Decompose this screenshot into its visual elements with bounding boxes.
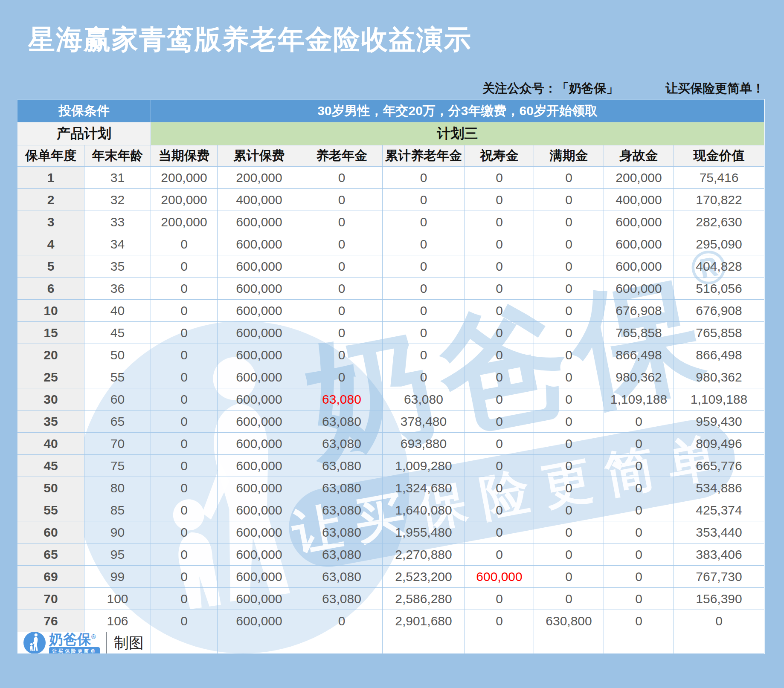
notice-slogan-text: 让买保险更简单！	[665, 80, 764, 97]
cell: 516,056	[674, 278, 764, 300]
cell: 0	[301, 610, 383, 632]
cell: 0	[151, 588, 218, 610]
cell: 0	[465, 588, 534, 610]
cell: 95	[84, 543, 151, 566]
cell: 200,000	[151, 189, 218, 211]
cell: 0	[604, 543, 674, 566]
cell: 200,000	[604, 167, 674, 189]
cell: 0	[534, 521, 604, 543]
cell: 0	[151, 433, 218, 455]
table-row: 55850600,00063,0801,640,080000425,374	[17, 499, 764, 521]
cell: 676,908	[604, 300, 674, 322]
cell: 600,000	[218, 255, 301, 278]
cell: 600,000	[604, 255, 674, 278]
cell: 0	[534, 455, 604, 477]
cell: 0	[465, 278, 534, 300]
cell: 2,901,680	[383, 610, 465, 632]
cell: 55	[84, 366, 151, 388]
cell: 0	[534, 278, 604, 300]
dad-and-child-icon	[27, 633, 42, 653]
cell: 90	[84, 521, 151, 543]
footer-empty-cell	[674, 632, 764, 654]
cell: 0	[383, 344, 465, 366]
cell: 63,080	[301, 543, 383, 566]
cell: 600,000	[218, 344, 301, 366]
credit-row: 奶爸保® 让买保险更简单 制图	[17, 632, 764, 654]
cell: 0	[534, 388, 604, 410]
row-header-cell: 10	[17, 300, 84, 322]
cell: 0	[465, 300, 534, 322]
cell: 0	[301, 233, 383, 255]
cell: 676,908	[674, 300, 764, 322]
table-row: 10400600,0000000676,908676,908	[17, 300, 764, 322]
row-header-cell: 70	[17, 588, 84, 610]
cell: 2,270,880	[383, 543, 465, 566]
cell: 0	[534, 477, 604, 499]
cell: 0	[465, 610, 534, 632]
row-header-cell: 55	[17, 499, 84, 521]
cell: 630,800	[534, 610, 604, 632]
cell: 63,080	[383, 388, 465, 410]
cell: 0	[151, 521, 218, 543]
cell: 383,406	[674, 543, 764, 566]
cell: 0	[301, 344, 383, 366]
cell: 35	[84, 255, 151, 278]
col-header-maturity-benefit: 满期金	[534, 145, 604, 167]
cell: 80	[84, 477, 151, 499]
cell: 0	[534, 167, 604, 189]
row-header-cell: 6	[17, 278, 84, 300]
row-header-cell: 69	[17, 566, 84, 588]
row-header-cell: 1	[17, 167, 84, 189]
table-row: 333200,000600,0000000600,000282,630	[17, 211, 764, 233]
cell: 0	[301, 255, 383, 278]
cell: 63,080	[301, 566, 383, 588]
cell: 600,000	[218, 588, 301, 610]
column-header-row: 保单年度 年末年龄 当期保费 累计保费 养老年金 累计养老年金 祝寿金 满期金 …	[17, 145, 764, 167]
cell: 1,109,188	[604, 388, 674, 410]
cell: 50	[84, 344, 151, 366]
cell: 0	[383, 211, 465, 233]
cell: 0	[465, 433, 534, 455]
cell: 106	[84, 610, 151, 632]
cell: 1,640,080	[383, 499, 465, 521]
cell: 353,440	[674, 521, 764, 543]
cell: 32	[84, 189, 151, 211]
footer-empty-cell	[383, 632, 465, 654]
cell: 31	[84, 167, 151, 189]
table-row: 25550600,0000000980,362980,362	[17, 366, 764, 388]
brand-logo-icon	[23, 632, 46, 654]
credit-text: 制图	[114, 633, 144, 653]
cell: 70	[84, 433, 151, 455]
col-header-cash-value: 现金价值	[674, 145, 764, 167]
cell: 600,000	[218, 410, 301, 433]
col-header-birthday-benefit: 祝寿金	[465, 145, 534, 167]
row-header-cell: 25	[17, 366, 84, 388]
cell: 0	[301, 211, 383, 233]
cell: 40	[84, 300, 151, 322]
cell: 33	[84, 211, 151, 233]
cell: 0	[383, 255, 465, 278]
cell: 0	[604, 499, 674, 521]
product-plan-row: 产品计划 计划三	[17, 122, 764, 145]
cell: 0	[534, 499, 604, 521]
cell: 0	[383, 167, 465, 189]
cell: 378,480	[383, 410, 465, 433]
table-row: 50800600,00063,0801,324,680000534,886	[17, 477, 764, 499]
cell: 0	[534, 344, 604, 366]
credit-cell: 奶爸保® 让买保险更简单 制图	[17, 632, 151, 654]
cell: 0	[604, 410, 674, 433]
cell: 63,080	[301, 388, 383, 410]
insure-condition-value: 30岁男性，年交20万，分3年缴费，60岁开始领取	[151, 100, 764, 122]
cell: 600,000	[218, 499, 301, 521]
cell: 0	[383, 233, 465, 255]
page-title: 星海赢家青鸾版养老年金险收益演示	[28, 21, 472, 58]
row-header-cell: 2	[17, 189, 84, 211]
footer-empty-cell	[604, 632, 674, 654]
cell: 600,000	[218, 566, 301, 588]
cell: 0	[534, 233, 604, 255]
cell: 0	[534, 543, 604, 566]
cell: 959,430	[674, 410, 764, 433]
table-row: 15450600,0000000765,858765,858	[17, 322, 764, 344]
cell: 0	[151, 499, 218, 521]
cell: 866,498	[674, 344, 764, 366]
